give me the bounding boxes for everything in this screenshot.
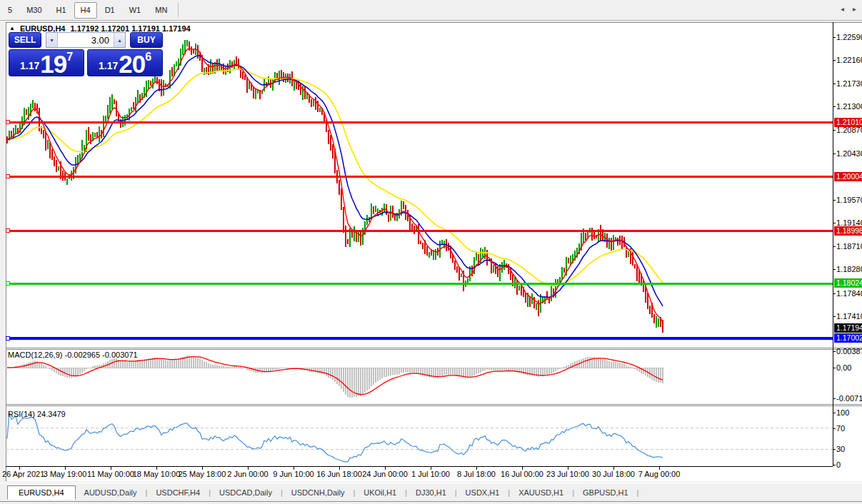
macd-axis-label: 0.00 (836, 363, 851, 372)
rsi-indicator-label: RSI(14) 24.3479 (8, 410, 66, 418)
volume-input[interactable] (58, 33, 114, 47)
tab-divider: | (637, 488, 639, 497)
spin-down-icon: ▼ (49, 38, 54, 43)
date-axis-label: 26 Apr 2021 (2, 470, 44, 478)
timeframe-toolbar: 5M30H1H4D1W1MN (0, 0, 862, 21)
ask-price-big: 20 (119, 54, 145, 74)
price-axis-label: 1.20430 (836, 149, 862, 158)
price-level-badge: 1.18024 (834, 278, 862, 288)
rsi-axis-label: 100 (836, 408, 849, 417)
date-axis-label: 1 Jul 10:00 (411, 470, 450, 478)
tab-usdcnh-daily[interactable]: USDCNH,Daily (283, 485, 354, 500)
macd-current-values: -0.002965 -0.003071 (64, 351, 137, 359)
date-axis-label: 7 Aug 00:00 (638, 470, 681, 478)
timeframe-button-w1[interactable]: W1 (123, 2, 148, 19)
price-level-badge: 1.17002 (834, 333, 862, 343)
tab-scroll-arrows: ◂ ▸ (841, 5, 856, 13)
date-axis-label: 8 Jul 18:00 (457, 470, 496, 478)
bid-price-box[interactable]: 1.17 19 7 (9, 49, 84, 76)
date-axis-label: 24 Jun 00:00 (362, 470, 408, 478)
tab-dj30-h1[interactable]: DJ30,H1 (407, 485, 455, 500)
price-level-badge: 1.18998 (834, 226, 862, 236)
buy-button[interactable]: BUY (130, 32, 163, 48)
tab-scroll-left-icon[interactable]: ◂ (841, 5, 844, 13)
volume-decrease-button[interactable]: ▼ (46, 33, 58, 47)
ask-price-box[interactable]: 1.17 20 6 (87, 49, 163, 76)
macd-axis-label: -0.00719 (836, 394, 862, 403)
date-axis-label: 11 May 00:00 (87, 470, 134, 478)
rsi-axis-label: 30 (836, 445, 845, 453)
rsi-axis-label: 70 (836, 424, 845, 433)
price-axis-label: 1.19570 (836, 196, 862, 204)
tab-xauusd-h1[interactable]: XAUUSD,H1 (510, 485, 572, 500)
date-axis-label: 18 May 10:00 (133, 470, 181, 478)
date-axis-label: 23 Jul 10:00 (546, 470, 589, 478)
tab-audusd-daily[interactable]: AUDUSD,Daily (76, 485, 146, 500)
price-axis-label: 1.21300 (836, 102, 862, 111)
date-axis-label: 16 Jul 00:00 (501, 470, 543, 478)
chart-plot-area[interactable] (6, 22, 833, 466)
rsi-current-value: 24.3479 (37, 410, 66, 418)
volume-field-group: ▼ ▲ (46, 32, 126, 48)
one-click-trade-panel: SELL ▼ ▲ BUY 1.17 19 7 1.17 20 6 (9, 32, 163, 76)
tab-scroll-right-icon[interactable]: ▸ (853, 5, 856, 13)
rsi-name: RSI(14) (8, 410, 35, 418)
bid-price-sup: 7 (66, 51, 73, 64)
timeframe-button-h1[interactable]: H1 (50, 2, 73, 19)
timeframe-button-d1[interactable]: D1 (99, 2, 121, 19)
volume-increase-button[interactable]: ▲ (114, 33, 125, 47)
symbol-tab-bar: EURUSD,H4AUDUSD,Daily|USDCHF,H4|USDCAD,D… (0, 483, 862, 502)
macd-indicator-label: MACD(12,26,9) -0.002965 -0.003071 (8, 351, 138, 359)
tab-ukoil-h1[interactable]: UKOil,H1 (355, 485, 405, 500)
tab-gbpusd-h1[interactable]: GBPUSD,H1 (574, 485, 637, 500)
rsi-axis-label: 0 (836, 460, 841, 469)
price-level-badge: 1.17194 (834, 323, 862, 333)
toolbar-divider (178, 3, 179, 17)
timeframe-button-h4[interactable]: H4 (74, 2, 97, 19)
ask-price-prefix: 1.17 (99, 60, 118, 71)
timeframe-button-mn[interactable]: MN (149, 2, 174, 19)
chart-collapse-icon[interactable]: ▲ (9, 26, 15, 31)
price-axis-label: 1.22590 (836, 33, 862, 41)
price-axis-label: 1.21730 (836, 79, 862, 88)
tab-usdchf-h4[interactable]: USDCHF,H4 (147, 485, 209, 500)
timeframe-button-m30[interactable]: M30 (20, 2, 48, 19)
date-axis-label: 3 May 19:00 (44, 470, 87, 478)
spin-up-icon: ▲ (117, 38, 122, 43)
date-axis-label: 25 May 18:00 (179, 470, 226, 478)
sell-button[interactable]: SELL (9, 32, 41, 48)
bid-price-big: 19 (40, 54, 66, 74)
price-axis-label: 1.17410 (836, 312, 862, 321)
macd-axis-label: 0.003873 (836, 347, 862, 356)
price-axis-label: 1.18710 (836, 242, 862, 251)
date-axis-label: 16 Jun 18:00 (316, 470, 362, 478)
date-axis-label: 30 Jul 18:00 (592, 470, 635, 478)
macd-name: MACD(12,26,9) (8, 351, 62, 359)
price-axis-label: 1.22160 (836, 56, 862, 64)
date-axis-label: 2 Jun 00:00 (227, 470, 269, 478)
tab-eurusd-h4[interactable]: EURUSD,H4 (7, 485, 76, 500)
tab-usdx-h1[interactable]: USDX,H1 (457, 485, 508, 500)
price-level-badge: 1.21010 (834, 118, 862, 127)
tab-usdcad-daily[interactable]: USDCAD,Daily (211, 485, 281, 500)
price-axis-label: 1.17840 (836, 289, 862, 298)
date-axis-label: 9 Jun 10:00 (273, 470, 314, 478)
price-level-badge: 1.20004 (834, 172, 862, 181)
price-axis-label: 1.18280 (836, 265, 862, 273)
ask-price-sup: 6 (145, 51, 151, 64)
terminal-window: 5M30H1H4D1W1MN ▲ EURUSD,H4 1.17192 1.172… (0, 0, 862, 504)
timeframe-button-5[interactable]: 5 (1, 2, 19, 19)
bid-price-prefix: 1.17 (20, 60, 39, 71)
